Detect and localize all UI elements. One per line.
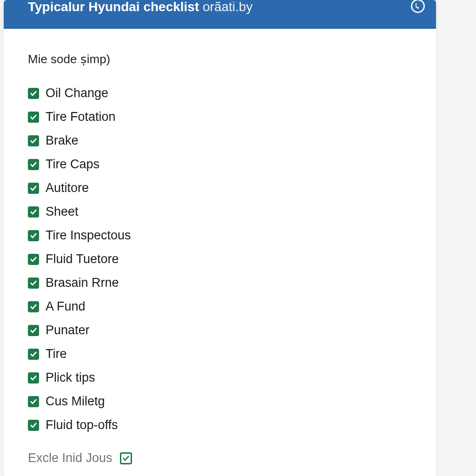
checklist-item: Plick tips xyxy=(28,370,412,385)
checkbox[interactable] xyxy=(28,372,39,383)
checkbox[interactable] xyxy=(28,230,39,241)
checklist-item: Fluid top-offs xyxy=(28,418,412,432)
checklist-item-label: Tire Inspectous xyxy=(46,228,131,243)
checklist-item: Sheet xyxy=(28,205,412,219)
checklist-item-label: Oil Change xyxy=(46,86,108,100)
checklist-item-label: Sheet xyxy=(46,205,79,219)
header-title-bold: Typicalur Hyundai checklist xyxy=(28,0,199,14)
checklist-item: Fluid Tuetore xyxy=(28,252,412,266)
checklist-item: Tire xyxy=(28,347,412,361)
subtitle: Mie sode ṣimp) xyxy=(28,52,412,66)
checklist-item-label: Plick tips xyxy=(46,370,95,385)
checklist-item-label: Brake xyxy=(46,133,79,148)
header-title: Typicalur Hyundai checklist orãati.by xyxy=(28,0,252,15)
checklist-item: Brasain Rrne xyxy=(28,276,412,290)
checkbox[interactable] xyxy=(28,325,39,336)
checkbox[interactable] xyxy=(28,112,39,123)
checkbox[interactable] xyxy=(28,396,39,407)
footer-row: Excle Inid Jous xyxy=(28,451,412,465)
checklist-card: Typicalur Hyundai checklist orãati.by Mi… xyxy=(4,0,436,476)
checklist-item-label: Fluid top-offs xyxy=(46,418,118,432)
checklist-item-label: Tire xyxy=(46,347,67,361)
checklist-item-label: Fluid Tuetore xyxy=(46,252,119,266)
footer-checkbox[interactable] xyxy=(120,452,132,464)
checklist-item: Oil Change xyxy=(28,86,412,100)
checkbox[interactable] xyxy=(28,349,39,360)
card-content: Mie sode ṣimp) Oil ChangeTire FotationBr… xyxy=(4,29,436,476)
checklist-item-label: A Fund xyxy=(46,299,86,314)
checkbox[interactable] xyxy=(28,254,39,265)
checklist-item: Punater xyxy=(28,323,412,337)
checklist-item-label: Punater xyxy=(46,323,90,337)
checklist-item: A Fund xyxy=(28,299,412,314)
checklist-item-label: Brasain Rrne xyxy=(46,276,119,290)
checklist-item-label: Cus Miletg xyxy=(46,394,105,409)
checklist-item: Tire Inspectous xyxy=(28,228,412,243)
checklist-item-label: Tire Fotation xyxy=(46,110,116,124)
checkbox[interactable] xyxy=(28,301,39,312)
card-header: Typicalur Hyundai checklist orãati.by xyxy=(4,0,436,29)
checklist-item: Brake xyxy=(28,133,412,148)
checkbox[interactable] xyxy=(28,88,39,99)
checklist: Oil ChangeTire FotationBrakeTire CapsAut… xyxy=(28,86,412,432)
checkbox[interactable] xyxy=(28,135,39,146)
checkbox[interactable] xyxy=(28,206,39,218)
header-badge-icon xyxy=(411,0,425,13)
checklist-item: Tire Caps xyxy=(28,157,412,172)
footer-label: Excle Inid Jous xyxy=(28,451,112,465)
checkbox[interactable] xyxy=(28,420,39,431)
checkbox[interactable] xyxy=(28,159,39,170)
checklist-item: Autitore xyxy=(28,181,412,195)
header-title-light: orãati.by xyxy=(199,0,252,14)
checkbox[interactable] xyxy=(28,183,39,194)
checkbox[interactable] xyxy=(28,278,39,289)
checklist-item: Tire Fotation xyxy=(28,110,412,124)
checklist-item-label: Tire Caps xyxy=(46,157,99,172)
checklist-item: Cus Miletg xyxy=(28,394,412,409)
checklist-item-label: Autitore xyxy=(46,181,89,195)
